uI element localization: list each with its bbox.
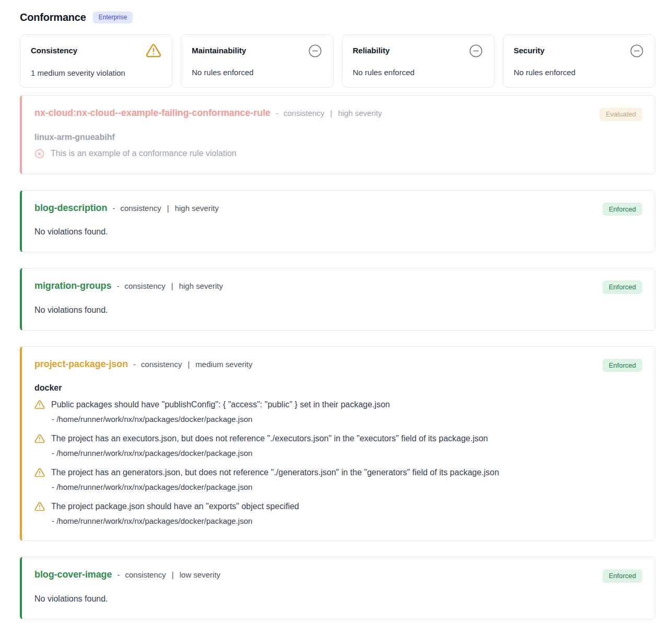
violation-path: - /home/runner/work/nx/nx/packages/docke… [52,415,642,424]
warning-triangle-icon [34,501,45,512]
rule-body: dockerPublic packages should have "publi… [34,383,642,525]
pipe-separator: | [172,570,174,579]
rule-name[interactable]: blog-description [34,203,107,214]
violation-item: The project has an executors.json, but d… [34,433,642,457]
rule-name[interactable]: project-package-json [34,359,128,370]
rule-heading: blog-cover-image - consistency | low sev… [34,569,220,580]
rule-severity: high severity [179,281,223,290]
summary-card-title: Reliability [353,43,390,55]
rule-body: No violations found. [34,305,642,315]
no-violations-text: No violations found. [34,227,642,237]
rule-card-header: migration-groups - consistency | high se… [34,280,642,294]
rule-heading: blog-description - consistency | high se… [34,203,219,214]
violation-message-row: The project package.json should have an … [34,501,642,512]
rule-card: blog-description - consistency | high se… [20,190,655,253]
violation-path: - /home/runner/work/nx/nx/packages/docke… [52,516,642,525]
rule-name[interactable]: nx-cloud:nx-cloud--example-failing-confo… [34,108,270,119]
summary-icon-wrap [146,43,161,61]
violation-message-row: The project has an generators.json, but … [34,467,642,478]
rule-category: consistency [141,360,182,369]
summary-card: Reliability No rules enforced [342,34,494,88]
page-header: Conformance Enterprise [20,11,655,23]
project-name: docker [34,383,642,393]
rule-category: consistency [124,281,165,290]
pipe-separator: | [330,109,332,117]
rule-card-header: project-package-json - consistency | med… [34,359,642,372]
rule-heading: nx-cloud:nx-cloud--example-failing-confo… [34,108,382,119]
rule-card: nx-cloud:nx-cloud--example-failing-confo… [20,95,655,174]
summary-card-status: No rules enforced [353,68,484,77]
rule-name[interactable]: blog-cover-image [34,569,112,580]
warning-triangle-icon [34,399,45,410]
x-circle-icon [34,149,44,159]
rule-body: No violations found. [34,594,642,604]
pipe-separator: | [187,360,190,369]
violation-item: This is an example of a conformance rule… [34,149,642,159]
summary-card-title: Consistency [31,43,77,55]
warning-triangle-icon [146,43,161,58]
rule-severity: high severity [338,109,382,117]
page-title: Conformance [20,11,86,23]
conformance-page: Conformance Enterprise Consistency 1 med… [0,0,672,623]
violation-message: This is an example of a conformance rule… [51,149,237,158]
summary-icon-wrap [630,43,644,60]
pipe-separator: | [171,281,173,290]
rule-severity: high severity [175,204,219,213]
violation-item: Public packages should have "publishConf… [34,399,642,424]
violation-path: - /home/runner/work/nx/nx/packages/docke… [52,449,642,457]
summary-icon-wrap [469,43,484,60]
summary-card-top: Maintainability [192,43,322,60]
rule-card-header: blog-cover-image - consistency | low sev… [34,569,642,583]
rule-severity: medium severity [195,360,252,369]
dash-separator: - [116,281,119,290]
enterprise-badge: Enterprise [93,11,133,23]
rule-meta: consistency | medium severity [141,360,252,369]
violation-message: The project has an executors.json, but d… [51,434,488,443]
summary-card: Consistency 1 medium severity violation [20,34,172,88]
rule-status-badge: Enforced [603,203,642,216]
rule-card-header: blog-description - consistency | high se… [34,203,642,216]
no-violations-text: No violations found. [34,305,642,315]
rule-status-badge: Enforced [603,569,642,583]
violation-message: Public packages should have "publishConf… [51,400,390,409]
violation-message: The project has an generators.json, but … [51,468,499,477]
circle-minus-icon [308,44,322,58]
summary-card-top: Reliability [353,43,484,60]
summary-cards: Consistency 1 medium severity violation … [20,34,655,88]
summary-card: Security No rules enforced [503,34,655,88]
rule-category: consistency [284,109,324,117]
rule-body: No violations found. [34,227,642,237]
violation-path: - /home/runner/work/nx/nx/packages/docke… [52,483,642,491]
warning-triangle-icon [34,433,45,444]
rule-status-badge: Enforced [603,359,642,372]
rule-meta: consistency | high severity [284,109,382,117]
rule-card: blog-cover-image - consistency | low sev… [20,557,655,619]
violation-message: The project package.json should have an … [51,502,299,511]
rule-card: migration-groups - consistency | high se… [20,268,655,331]
summary-card-status: No rules enforced [192,68,322,77]
rule-body: linux-arm-gnueabihfThis is an example of… [34,133,642,159]
pipe-separator: | [167,204,169,213]
violation-message-row: The project has an executors.json, but d… [34,433,642,444]
dash-separator: - [117,570,120,579]
rules-list: nx-cloud:nx-cloud--example-failing-confo… [20,95,655,619]
violation-item: The project package.json should have an … [34,501,642,525]
rule-heading: migration-groups - consistency | high se… [34,280,223,291]
rule-category: consistency [120,204,161,213]
circle-minus-icon [469,44,483,58]
summary-card-title: Maintainability [192,43,246,55]
summary-card: Maintainability No rules enforced [181,34,333,88]
violation-message-row: Public packages should have "publishConf… [34,399,642,410]
rule-name[interactable]: migration-groups [34,280,111,291]
rule-meta: consistency | high severity [124,281,223,290]
rule-meta: consistency | high severity [120,204,219,213]
rule-meta: consistency | low severity [125,570,220,579]
no-violations-text: No violations found. [34,594,642,604]
dash-separator: - [112,204,115,213]
violation-message-row: This is an example of a conformance rule… [34,149,642,159]
rule-status-badge: Evaluated [599,108,642,121]
summary-card-title: Security [514,43,545,55]
warning-triangle-icon [34,467,45,478]
summary-card-status: 1 medium severity violation [31,68,161,77]
project-name: linux-arm-gnueabihf [34,133,642,142]
